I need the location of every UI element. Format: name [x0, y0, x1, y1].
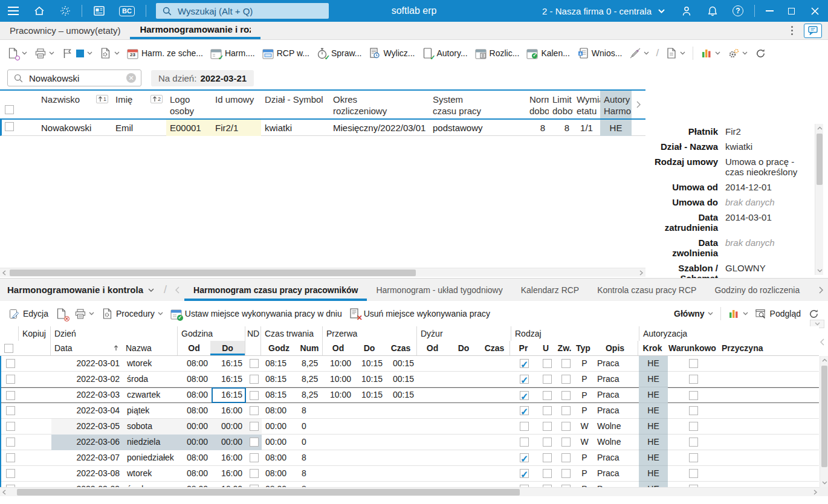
- more-options-button[interactable]: [789, 24, 795, 37]
- cell-break-duration[interactable]: [386, 482, 418, 488]
- add-record-button[interactable]: [4, 45, 31, 62]
- conditional-checkbox[interactable]: [689, 406, 698, 415]
- vscrollbar-thumb[interactable]: [821, 366, 827, 467]
- cell-date[interactable]: 2022-03-09: [51, 482, 123, 488]
- cell-duration-num[interactable]: 0: [298, 435, 323, 450]
- cell-norma[interactable]: 8: [526, 120, 549, 136]
- tabs-scroll-right-icon[interactable]: [814, 279, 828, 301]
- row-checkbox[interactable]: [6, 391, 15, 400]
- cell-duty-duration[interactable]: [480, 387, 511, 403]
- cell-time-to[interactable]: 00:00: [212, 435, 246, 450]
- scroll-up-icon[interactable]: [815, 124, 824, 132]
- cell-break-to[interactable]: [355, 466, 386, 482]
- cell-kopiuj[interactable]: [19, 450, 51, 466]
- cell-pr[interactable]: [511, 482, 538, 488]
- column-header-dyzur-do[interactable]: Do: [448, 341, 479, 355]
- flag-color-button[interactable]: [58, 45, 96, 62]
- cell-date[interactable]: 2022-03-01: [51, 356, 123, 372]
- cell-break-to[interactable]: 10:15: [355, 387, 386, 403]
- cell-nd[interactable]: [246, 403, 262, 419]
- cell-type[interactable]: P: [575, 403, 594, 419]
- zw-checkbox[interactable]: [561, 453, 571, 462]
- cell-day-name[interactable]: wtorek: [123, 466, 178, 482]
- zw-checkbox[interactable]: [561, 422, 571, 431]
- schedule-tab[interactable]: Kontrola czasu pracy RCP: [588, 279, 705, 301]
- cell-type[interactable]: P: [575, 450, 594, 466]
- column-header-krok[interactable]: Krok: [638, 341, 667, 355]
- cell-duty-from[interactable]: [418, 450, 449, 466]
- cell-pr[interactable]: [511, 466, 538, 482]
- cell-authorization-step[interactable]: HE: [639, 482, 668, 488]
- cell-type[interactable]: P: [575, 482, 594, 488]
- cell-time-to[interactable]: 16:00: [212, 403, 246, 419]
- cell-reason[interactable]: [719, 387, 819, 403]
- cell-nd[interactable]: [246, 435, 262, 450]
- cell-reason[interactable]: [719, 403, 819, 419]
- minimize-button[interactable]: [758, 0, 781, 22]
- cell-time-from[interactable]: 00:00: [178, 419, 212, 435]
- column-header-logo-osoby[interactable]: Logoosoby: [166, 91, 212, 118]
- column-header-dyzur-czas[interactable]: Czas: [479, 341, 509, 355]
- cell-break-from[interactable]: [323, 403, 355, 419]
- cell-description[interactable]: Praca: [594, 387, 639, 403]
- cell-duration-num[interactable]: 8,25: [298, 372, 323, 387]
- row-checkbox[interactable]: [6, 375, 15, 384]
- column-header-przerwa-od[interactable]: Od: [322, 341, 354, 355]
- cell-reason[interactable]: [719, 466, 819, 482]
- cell-u[interactable]: [538, 466, 556, 482]
- cell-break-to[interactable]: [355, 435, 386, 450]
- cell-time-to[interactable]: 16:15: [212, 372, 246, 387]
- cell-reason[interactable]: [719, 482, 819, 488]
- cell-break-duration[interactable]: [386, 466, 418, 482]
- cell-break-from[interactable]: [323, 419, 355, 435]
- cell-type[interactable]: P: [575, 387, 594, 403]
- cell-nd[interactable]: [246, 450, 262, 466]
- column-header-id-umowy[interactable]: Id umowy: [212, 91, 261, 118]
- row-checkbox[interactable]: [6, 438, 15, 447]
- cell-break-to[interactable]: [355, 450, 386, 466]
- set-workplace-button[interactable]: ✓ Ustaw miejsce wykonywania pracy w dniu: [167, 306, 346, 322]
- cell-kopiuj[interactable]: [19, 387, 51, 403]
- scroll-right-icon[interactable]: [637, 268, 645, 277]
- cell-zw[interactable]: [556, 419, 575, 435]
- scroll-left-icon[interactable]: [0, 268, 8, 277]
- cell-day-name[interactable]: wtorek: [123, 356, 178, 372]
- cell-description[interactable]: Wolne: [594, 419, 639, 435]
- cell-duty-to[interactable]: [449, 356, 480, 372]
- cell-reason[interactable]: [719, 435, 819, 450]
- cell-conditional[interactable]: [668, 372, 719, 387]
- select-all-checkbox[interactable]: [5, 105, 14, 114]
- main-menu-button[interactable]: [0, 0, 26, 22]
- document-settings-button[interactable]: [96, 45, 123, 62]
- hscrollbar-thumb[interactable]: [10, 270, 416, 276]
- cell-type[interactable]: P: [575, 466, 594, 482]
- schedule-row[interactable]: 2022-03-07 poniedziałek 08:00 16:00 08:0…: [1, 450, 819, 466]
- group-header-kopiuj[interactable]: Kopiuj: [18, 326, 50, 341]
- pr-checkbox[interactable]: [520, 375, 529, 384]
- schedule-row[interactable]: 2022-03-09 środa 08:00 16:00 08:00 8 P P…: [1, 482, 819, 487]
- cell-time-from[interactable]: 08:00: [178, 372, 212, 387]
- zw-checkbox[interactable]: [561, 469, 571, 478]
- cell-duration-hours[interactable]: 08:15: [262, 387, 298, 403]
- nd-checkbox[interactable]: [250, 453, 259, 462]
- employee-row[interactable]: Nowakowski Emil E00001 Fir2/1 kwiatki Mi…: [0, 120, 645, 136]
- zw-checkbox[interactable]: [561, 438, 571, 447]
- zw-checkbox[interactable]: [561, 359, 571, 368]
- sprawdz-button[interactable]: ✓ Spraw...: [313, 45, 366, 62]
- cell-autoryzacja[interactable]: HE: [600, 120, 632, 136]
- cell-kopiuj[interactable]: [19, 372, 51, 387]
- group-header-przerwa[interactable]: Przerwa: [322, 326, 416, 341]
- cell-pr[interactable]: [511, 419, 538, 435]
- cell-authorization-step[interactable]: HE: [639, 450, 668, 466]
- print-button[interactable]: [71, 306, 98, 322]
- row-checkbox[interactable]: [6, 453, 15, 462]
- cell-authorization-step[interactable]: HE: [639, 419, 668, 435]
- cell-zw[interactable]: [556, 403, 575, 419]
- schedule-row[interactable]: 2022-03-08 wtorek 08:00 16:00 08:00 8 P …: [1, 466, 819, 482]
- cell-duty-duration[interactable]: [480, 435, 511, 450]
- cell-kopiuj[interactable]: [19, 466, 51, 482]
- cell-date[interactable]: 2022-03-07: [51, 450, 123, 466]
- cell-u[interactable]: [538, 403, 556, 419]
- conditional-checkbox[interactable]: [689, 453, 698, 462]
- news-button[interactable]: [86, 0, 112, 22]
